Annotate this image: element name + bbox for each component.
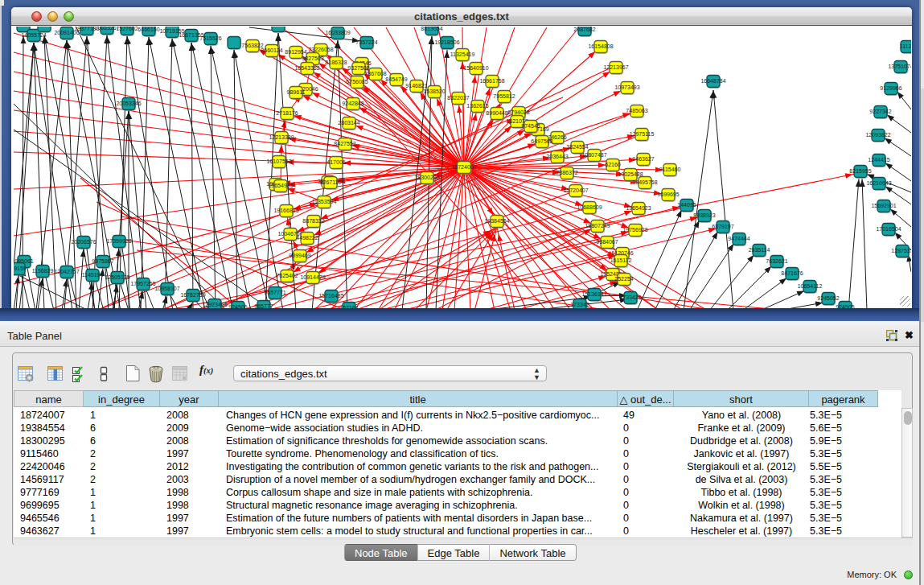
svg-text:9327508: 9327508	[347, 65, 369, 71]
svg-text:11123: 11123	[900, 43, 911, 49]
svg-text:19756928: 19756928	[622, 227, 647, 233]
svg-text:6756085: 6756085	[346, 79, 368, 84]
svg-text:2718176: 2718176	[276, 110, 298, 116]
svg-text:8938923: 8938923	[693, 212, 715, 218]
svg-text:15136141: 15136141	[581, 291, 606, 297]
svg-text:7357224: 7357224	[355, 39, 377, 45]
svg-text:19218506: 19218506	[434, 39, 459, 45]
svg-text:7625402: 7625402	[276, 273, 298, 278]
svg-text:10807487: 10807487	[581, 152, 606, 158]
svg-text:11353594: 11353594	[312, 199, 337, 204]
svg-text:417006: 417006	[326, 159, 345, 165]
svg-text:8912954: 8912954	[285, 49, 306, 55]
svg-text:16543362: 16543362	[294, 65, 319, 71]
svg-text:15692901: 15692901	[871, 203, 896, 208]
svg-text:20053346: 20053346	[116, 101, 141, 106]
svg-text:9115460: 9115460	[659, 167, 681, 172]
svg-text:9463627: 9463627	[632, 156, 654, 162]
svg-text:17016504: 17016504	[876, 226, 901, 232]
svg-text:2935114: 2935114	[749, 247, 770, 253]
svg-text:9245052: 9245052	[817, 295, 839, 301]
svg-text:16033809: 16033809	[325, 30, 350, 35]
svg-text:10958107: 10958107	[154, 286, 179, 291]
svg-text:9384067: 9384067	[596, 239, 618, 245]
svg-text:11325419: 11325419	[450, 51, 475, 57]
svg-text:12213967: 12213967	[603, 64, 628, 70]
svg-text:8427552: 8427552	[334, 141, 355, 146]
svg-text:16154808: 16154808	[588, 43, 613, 49]
svg-text:1615112: 1615112	[610, 257, 632, 263]
svg-text:1527602: 1527602	[116, 27, 138, 31]
svg-text:17359928: 17359928	[106, 238, 131, 244]
svg-text:173342: 173342	[570, 302, 589, 307]
svg-text:9227342: 9227342	[869, 109, 891, 114]
svg-text:15716485: 15716485	[318, 293, 343, 299]
svg-text:8454749: 8454749	[385, 76, 407, 82]
svg-text:8660124: 8660124	[261, 47, 282, 53]
svg-text:20206576: 20206576	[71, 239, 96, 245]
svg-text:1244415: 1244415	[868, 157, 889, 163]
svg-text:10973493: 10973493	[614, 84, 639, 90]
svg-text:8267110: 8267110	[320, 179, 342, 185]
svg-text:8813054: 8813054	[421, 27, 442, 31]
svg-text:1733426: 1733426	[619, 295, 641, 300]
svg-text:9657771: 9657771	[264, 290, 285, 295]
svg-text:16782759: 16782759	[180, 292, 205, 298]
svg-text:2803144: 2803144	[338, 120, 359, 126]
svg-text:9975867: 9975867	[92, 258, 113, 264]
svg-text:12975115: 12975115	[630, 131, 655, 137]
svg-text:6466160: 6466160	[138, 27, 159, 32]
svg-text:8471676: 8471676	[781, 270, 803, 276]
svg-text:7955812: 7955812	[493, 93, 515, 99]
svg-text:6794028: 6794028	[507, 109, 529, 115]
svg-text:39159: 39159	[14, 266, 27, 271]
svg-text:252254: 252254	[614, 276, 633, 282]
svg-text:13751074: 13751074	[888, 64, 911, 69]
svg-text:9474444: 9474444	[728, 236, 749, 241]
svg-text:16961758: 16961758	[479, 78, 504, 84]
svg-text:19654923: 19654923	[626, 205, 651, 211]
svg-text:7515526: 7515526	[199, 35, 221, 41]
svg-text:16648784: 16648784	[700, 78, 725, 84]
svg-text:9242848: 9242848	[342, 101, 363, 106]
svg-text:10654112: 10654112	[798, 283, 823, 289]
svg-text:8186328: 8186328	[325, 60, 347, 65]
svg-text:18300295: 18300295	[414, 175, 439, 180]
svg-text:10688609: 10688609	[577, 204, 602, 210]
svg-text:19166825: 19166825	[273, 208, 298, 213]
svg-text:144095: 144095	[677, 202, 696, 208]
svg-text:12505135: 12505135	[105, 274, 129, 280]
svg-text:10025488: 10025488	[618, 171, 643, 177]
svg-text:18724007: 18724007	[451, 164, 476, 170]
svg-text:2087682: 2087682	[573, 27, 595, 32]
svg-text:9699695: 9699695	[657, 192, 679, 197]
svg-text:9099469: 9099469	[289, 253, 310, 258]
svg-text:989611: 989611	[287, 89, 306, 95]
svg-text:9827503: 9827503	[302, 56, 323, 61]
svg-text:3824554: 3824554	[566, 144, 588, 150]
svg-text:19384554: 19384554	[484, 218, 509, 224]
svg-text:6879197: 6879197	[712, 224, 733, 229]
svg-text:18807249: 18807249	[585, 223, 610, 229]
svg-text:7386372: 7386372	[556, 170, 577, 175]
svg-text:1538520: 1538520	[423, 89, 445, 94]
svg-text:1362615: 1362615	[466, 103, 488, 109]
svg-text:19654985: 19654985	[268, 183, 293, 188]
svg-text:9129966: 9129966	[880, 85, 901, 91]
svg-text:974545: 974545	[521, 123, 540, 129]
svg-text:12923468: 12923468	[202, 302, 227, 307]
svg-text:7632621: 7632621	[766, 258, 787, 264]
svg-text:12042757: 12042757	[54, 269, 79, 274]
svg-text:8990448: 8990448	[486, 110, 507, 116]
svg-text:10914479: 10914479	[300, 274, 325, 280]
svg-text:4498222: 4498222	[296, 235, 318, 241]
svg-text:16210643: 16210643	[866, 180, 891, 186]
svg-text:1287533: 1287533	[891, 248, 911, 253]
svg-text:2036443: 2036443	[546, 154, 568, 159]
svg-text:1145194: 1145194	[82, 272, 104, 278]
svg-text:1156829: 1156829	[32, 268, 54, 274]
svg-text:23226058: 23226058	[308, 47, 333, 52]
svg-text:2867608: 2867608	[364, 71, 386, 76]
svg-text:8878332: 8878332	[302, 218, 324, 224]
svg-text:6497568: 6497568	[531, 138, 552, 144]
